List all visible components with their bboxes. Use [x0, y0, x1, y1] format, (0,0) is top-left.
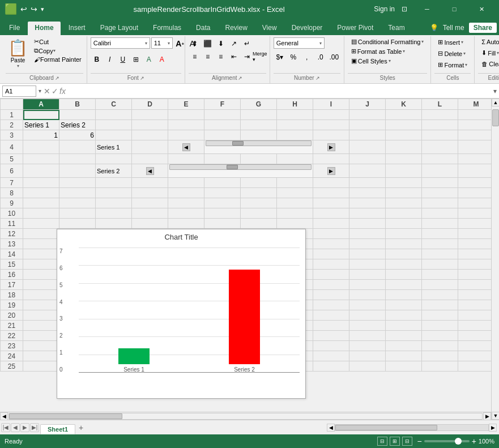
v-scroll-up-btn[interactable]: ▲ [492, 99, 499, 106]
formula-bar-expand[interactable]: ▾ [493, 87, 497, 95]
tab-developer[interactable]: Developer [285, 22, 330, 35]
sheet-nav-prev[interactable]: ◀ [11, 423, 20, 432]
chart-bar-series2[interactable] [229, 270, 260, 364]
tell-me-btn[interactable]: Tell me [443, 24, 464, 32]
col-header-E[interactable]: E [168, 99, 204, 110]
cell-F2[interactable] [204, 120, 241, 130]
row-num-1[interactable]: 1 [1, 110, 23, 120]
col-header-B[interactable]: B [59, 99, 96, 110]
cell-H2[interactable] [277, 120, 313, 130]
fill-color-button[interactable]: A [143, 53, 155, 66]
cell-F5[interactable] [204, 154, 241, 164]
row-num-19[interactable]: 19 [1, 300, 23, 310]
cell-G2[interactable] [241, 120, 277, 130]
bottom-h-scroll-right[interactable]: ▶ [489, 424, 497, 432]
cell-G3[interactable] [241, 130, 277, 140]
scroll-right-arrow-s1[interactable]: ▶ [327, 143, 335, 151]
cell-H1[interactable] [277, 110, 313, 120]
v-scroll-track[interactable] [492, 106, 499, 412]
col-header-F[interactable]: F [204, 99, 241, 110]
increase-indent-btn[interactable]: ⇥ [241, 50, 253, 63]
decrease-decimal-btn[interactable]: .0 [314, 51, 327, 63]
cell-E5[interactable] [168, 154, 204, 164]
row-num-3[interactable]: 3 [1, 130, 23, 140]
alignment-dialog-icon[interactable]: ↗ [238, 75, 242, 81]
tab-insert[interactable]: Insert [62, 22, 92, 35]
cell-A1[interactable] [23, 110, 59, 120]
row-num-20[interactable]: 20 [1, 310, 23, 321]
scrollbar-series1-left[interactable]: ◀ [168, 140, 204, 154]
cell-H5[interactable] [277, 154, 313, 164]
cell-C1[interactable] [96, 110, 132, 120]
cell-G1[interactable] [241, 110, 277, 120]
decrease-indent-btn[interactable]: ⇤ [228, 50, 240, 63]
cell-G5[interactable] [241, 154, 277, 164]
tab-data[interactable]: Data [189, 22, 217, 35]
clear-btn[interactable]: 🗑 Clear ▾ [478, 59, 499, 69]
tab-formulas[interactable]: Formulas [146, 22, 188, 35]
col-header-D[interactable]: D [132, 99, 168, 110]
col-header-H[interactable]: H [277, 99, 313, 110]
currency-btn[interactable]: $▾ [274, 51, 286, 63]
tab-home[interactable]: Home [28, 22, 60, 35]
ribbon-display-icon[interactable]: ⊡ [402, 5, 407, 13]
col-header-J[interactable]: J [349, 99, 386, 110]
cell-M1[interactable] [458, 110, 492, 120]
autosum-btn[interactable]: Σ AutoSum ▾ [478, 37, 499, 46]
maximize-btn[interactable]: □ [441, 0, 467, 18]
confirm-formula-btn[interactable]: ✓ [52, 87, 58, 96]
paste-button[interactable]: 📋 Paste ▾ [6, 37, 30, 70]
col-header-M[interactable]: M [458, 99, 492, 110]
row-num-23[interactable]: 23 [1, 341, 23, 351]
font-size-box[interactable]: 11 ▾ [151, 37, 173, 49]
row-num-24[interactable]: 24 [1, 351, 23, 361]
cancel-formula-btn[interactable]: ✕ [44, 87, 50, 96]
page-break-view-btn[interactable]: ⊟ [402, 437, 412, 446]
cell-D2[interactable] [132, 120, 168, 130]
share-btn[interactable]: Share [469, 23, 497, 33]
cell-J5[interactable] [349, 154, 386, 164]
cell-F3[interactable] [204, 130, 241, 140]
zoom-out-btn[interactable]: − [417, 437, 421, 446]
sheet-nav-last[interactable]: ▶| [30, 423, 39, 432]
cell-A5[interactable] [23, 154, 59, 164]
bottom-h-scroll-left[interactable]: ◀ [327, 424, 335, 432]
scrollbar-series2-right[interactable]: ▶ [313, 164, 349, 178]
scroll-thumb-s1[interactable] [232, 141, 244, 146]
italic-button[interactable]: I [104, 53, 116, 66]
copy-button[interactable]: ⧉ Copy ▾ [32, 46, 83, 55]
cell-E2[interactable] [168, 120, 204, 130]
row-num-11[interactable]: 11 [1, 219, 23, 229]
h-scroll-left-btn[interactable]: ◀ [0, 412, 8, 420]
row-num-25[interactable]: 25 [1, 361, 23, 372]
chart-container[interactable]: Chart Title 0 1 2 3 4 5 6 7 [57, 229, 306, 399]
cell-C3[interactable] [96, 130, 132, 140]
name-box-expand[interactable]: ▾ [39, 88, 41, 94]
tab-page-layout[interactable]: Page Layout [93, 22, 145, 35]
cell-I2[interactable] [313, 120, 349, 130]
zoom-in-btn[interactable]: + [472, 437, 476, 446]
font-dialog-icon[interactable]: ↗ [140, 75, 144, 81]
row-num-16[interactable]: 16 [1, 270, 23, 280]
close-btn[interactable]: ✕ [468, 0, 494, 18]
quick-access-redo[interactable]: ↪ [31, 5, 37, 14]
tab-power-pivot[interactable]: Power Pivot [330, 22, 380, 35]
h-scroll-thumb[interactable] [9, 413, 122, 419]
increase-decimal-btn[interactable]: .00 [328, 51, 340, 63]
zoom-slider[interactable] [424, 440, 470, 442]
cell-L6[interactable] [422, 164, 458, 178]
cell-B3[interactable]: 6 [59, 130, 96, 140]
row-num-22[interactable]: 22 [1, 331, 23, 341]
cell-J3[interactable] [349, 130, 386, 140]
fx-btn[interactable]: fx [59, 87, 66, 96]
row-num-18[interactable]: 18 [1, 290, 23, 300]
tab-view[interactable]: View [255, 22, 284, 35]
cell-A2[interactable]: Series 1 [23, 120, 59, 130]
tab-team[interactable]: Team [381, 22, 411, 35]
conditional-formatting-btn[interactable]: ▤ Conditional Formatting ▾ [348, 37, 428, 46]
cell-J2[interactable] [349, 120, 386, 130]
cell-K6[interactable] [386, 164, 422, 178]
cell-B4[interactable] [59, 140, 96, 154]
cell-L2[interactable] [422, 120, 458, 130]
scroll-left-arrow-s2[interactable]: ◀ [146, 167, 154, 175]
